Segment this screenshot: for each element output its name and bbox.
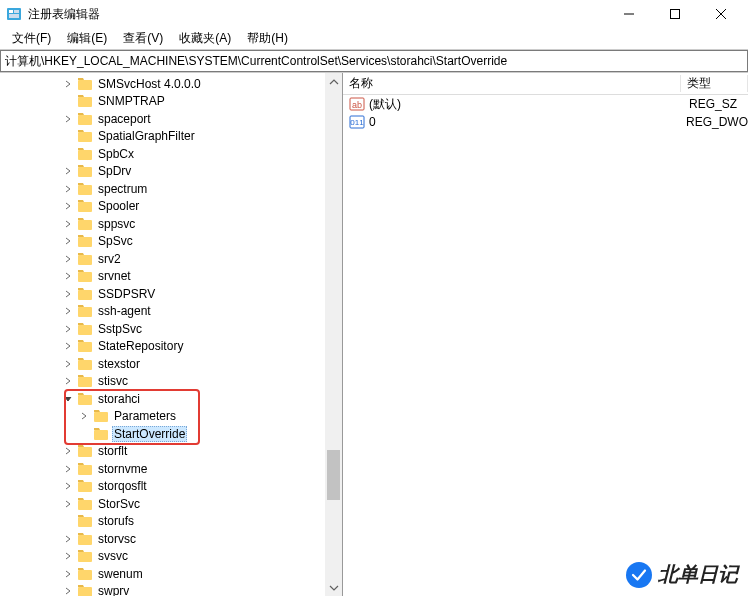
expand-chevron-icon[interactable]	[62, 220, 74, 228]
expand-chevron-icon[interactable]	[62, 395, 74, 403]
tree-item[interactable]: stisvc	[0, 373, 342, 391]
tree-item[interactable]: SpbCx	[0, 145, 342, 163]
tree-item[interactable]: Spooler	[0, 198, 342, 216]
list-header: 名称 类型	[343, 73, 748, 95]
expand-chevron-icon[interactable]	[62, 167, 74, 175]
tree-item[interactable]: srvnet	[0, 268, 342, 286]
scroll-up-arrow[interactable]	[325, 73, 342, 90]
tree-item[interactable]: SstpSvc	[0, 320, 342, 338]
tree-scrollbar[interactable]	[325, 73, 342, 596]
tree-item-label: storvsc	[96, 531, 138, 547]
tree-item[interactable]: ssh-agent	[0, 303, 342, 321]
tree-item[interactable]: storufs	[0, 513, 342, 531]
folder-icon	[77, 199, 93, 213]
tree-item-label: SpbCx	[96, 146, 136, 162]
expand-chevron-icon[interactable]	[78, 412, 90, 420]
tree-item[interactable]: svsvc	[0, 548, 342, 566]
expand-chevron-icon[interactable]	[62, 342, 74, 350]
expand-chevron-icon[interactable]	[62, 202, 74, 210]
tree-item[interactable]: swenum	[0, 565, 342, 583]
tree-item[interactable]: storahci	[0, 390, 342, 408]
tree-item[interactable]: storflt	[0, 443, 342, 461]
expand-chevron-icon[interactable]	[62, 447, 74, 455]
tree-item[interactable]: stexstor	[0, 355, 342, 373]
tree-item[interactable]: StartOverride	[0, 425, 342, 443]
tree-item[interactable]: spaceport	[0, 110, 342, 128]
expand-chevron-icon[interactable]	[62, 482, 74, 490]
svg-rect-2	[14, 10, 19, 13]
tree-item[interactable]: StateRepository	[0, 338, 342, 356]
maximize-button[interactable]	[652, 0, 698, 28]
expand-chevron-icon[interactable]	[62, 307, 74, 315]
tree-pane: SMSvcHost 4.0.0.0SNMPTRAPspaceportSpatia…	[0, 73, 343, 596]
expand-chevron-icon[interactable]	[62, 377, 74, 385]
tree-item-label: stexstor	[96, 356, 142, 372]
menu-view[interactable]: 查看(V)	[115, 28, 171, 49]
tree-item[interactable]: SNMPTRAP	[0, 93, 342, 111]
col-name-header[interactable]: 名称	[343, 75, 681, 92]
tree-item[interactable]: stornvme	[0, 460, 342, 478]
svg-rect-37	[78, 587, 92, 596]
menubar: 文件(F) 编辑(E) 查看(V) 收藏夹(A) 帮助(H)	[0, 28, 748, 50]
registry-tree[interactable]: SMSvcHost 4.0.0.0SNMPTRAPspaceportSpatia…	[0, 73, 342, 596]
expand-chevron-icon[interactable]	[62, 290, 74, 298]
tree-item[interactable]: SpDrv	[0, 163, 342, 181]
tree-item-label: ssh-agent	[96, 303, 153, 319]
expand-chevron-icon[interactable]	[62, 185, 74, 193]
folder-icon	[93, 409, 109, 423]
menu-edit[interactable]: 编辑(E)	[59, 28, 115, 49]
scroll-track[interactable]	[325, 90, 342, 579]
tree-item[interactable]: StorSvc	[0, 495, 342, 513]
tree-item[interactable]: srv2	[0, 250, 342, 268]
svg-rect-22	[78, 325, 92, 335]
tree-item[interactable]: swprv	[0, 583, 342, 597]
expand-chevron-icon[interactable]	[62, 570, 74, 578]
expand-chevron-icon[interactable]	[62, 237, 74, 245]
expand-chevron-icon[interactable]	[62, 80, 74, 88]
expand-chevron-icon[interactable]	[62, 360, 74, 368]
minimize-button[interactable]	[606, 0, 652, 28]
tree-item[interactable]: SpatialGraphFilter	[0, 128, 342, 146]
expand-chevron-icon[interactable]	[62, 535, 74, 543]
tree-item-label: StorSvc	[96, 496, 142, 512]
menu-favorites[interactable]: 收藏夹(A)	[171, 28, 239, 49]
expand-chevron-icon[interactable]	[62, 272, 74, 280]
address-bar[interactable]: 计算机\HKEY_LOCAL_MACHINE\SYSTEM\CurrentCon…	[0, 50, 748, 72]
expand-chevron-icon[interactable]	[62, 552, 74, 560]
svg-rect-10	[78, 115, 92, 125]
expand-chevron-icon[interactable]	[62, 255, 74, 263]
list-row[interactable]: 0110REG_DWO	[343, 113, 748, 131]
expand-chevron-icon[interactable]	[62, 465, 74, 473]
tree-item[interactable]: SMSvcHost 4.0.0.0	[0, 75, 342, 93]
tree-item-label: storahci	[96, 391, 142, 407]
tree-item[interactable]: Parameters	[0, 408, 342, 426]
menu-file[interactable]: 文件(F)	[4, 28, 59, 49]
col-type-header[interactable]: 类型	[681, 75, 748, 92]
expand-chevron-icon[interactable]	[62, 115, 74, 123]
list-body[interactable]: ab(默认)REG_SZ0110REG_DWO	[343, 95, 748, 131]
svg-rect-5	[671, 10, 680, 19]
list-row[interactable]: ab(默认)REG_SZ	[343, 95, 748, 113]
scroll-down-arrow[interactable]	[325, 579, 342, 596]
folder-icon	[77, 269, 93, 283]
tree-item[interactable]: SSDPSRV	[0, 285, 342, 303]
tree-item-label: Spooler	[96, 198, 141, 214]
tree-item-label: StartOverride	[112, 426, 187, 442]
svg-rect-18	[78, 255, 92, 265]
folder-icon	[77, 549, 93, 563]
expand-chevron-icon[interactable]	[62, 587, 74, 595]
tree-item[interactable]: spectrum	[0, 180, 342, 198]
tree-item-label: srv2	[96, 251, 123, 267]
menu-help[interactable]: 帮助(H)	[239, 28, 296, 49]
tree-item-label: SpSvc	[96, 233, 135, 249]
tree-item[interactable]: SpSvc	[0, 233, 342, 251]
expand-chevron-icon[interactable]	[62, 325, 74, 333]
scroll-thumb[interactable]	[327, 450, 340, 500]
expand-chevron-icon[interactable]	[62, 500, 74, 508]
tree-item[interactable]: storvsc	[0, 530, 342, 548]
folder-icon	[77, 112, 93, 126]
tree-item[interactable]: sppsvc	[0, 215, 342, 233]
close-button[interactable]	[698, 0, 744, 28]
svg-rect-11	[78, 132, 92, 142]
tree-item[interactable]: storqosflt	[0, 478, 342, 496]
